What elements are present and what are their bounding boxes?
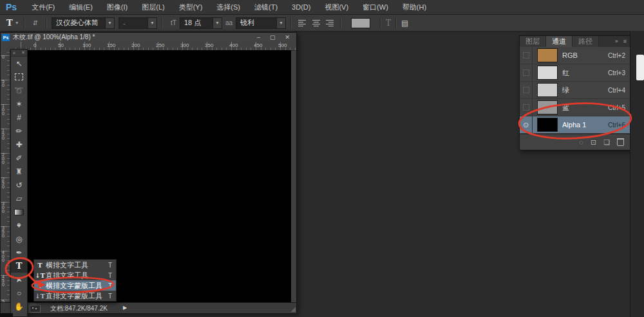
panel-tab-通道[interactable]: 通道 — [546, 36, 573, 47]
status-expand-icon[interactable]: ▶ — [123, 305, 127, 311]
font-style-select[interactable]: - ▼ — [118, 17, 157, 29]
panel-menu-icon[interactable]: ≡ — [623, 36, 627, 47]
menu-item-0[interactable]: 文件(F) — [24, 0, 62, 14]
delete-channel-icon[interactable] — [617, 138, 624, 146]
font-size-select[interactable]: 18 点 ▼ — [180, 17, 222, 29]
path-selection-tool[interactable]: ➤ — [11, 273, 27, 286]
font-family-select[interactable]: 汉仪菱心体简 ▼ — [52, 17, 115, 29]
type-menu-item-3[interactable]: ↓T直排文字蒙版工具T — [34, 291, 116, 301]
channel-row-0[interactable]: RGBCtrl+2 — [520, 47, 630, 64]
toggle-panels-icon[interactable]: ▤ — [401, 19, 408, 28]
minimize-button[interactable]: – — [257, 34, 260, 41]
tools-panel: « ✕ ↖➰✶#✏✚✐♜↺▱♠◎✒T➤○✋ — [10, 49, 28, 317]
pen-tool[interactable]: ✒ — [11, 246, 27, 259]
chevron-down-icon[interactable]: ▼ — [15, 21, 19, 25]
panel-tab-路径[interactable]: 路径 — [573, 36, 599, 47]
type-tool-icon: T — [16, 261, 23, 271]
scrollbar-thumb[interactable] — [636, 55, 644, 80]
type-menu-item-label: 横排文字蒙版工具 — [46, 281, 102, 291]
menu-item-4[interactable]: 类型(Y) — [172, 0, 210, 14]
visibility-toggle[interactable] — [520, 82, 533, 98]
ellipse-tool[interactable]: ○ — [11, 286, 27, 300]
crop-tool[interactable]: # — [11, 111, 27, 124]
eyedropper-tool[interactable]: ✏ — [11, 124, 27, 138]
menu-item-5[interactable]: 选择(S) — [209, 0, 247, 14]
menu-item-9[interactable]: 窗口(W) — [355, 0, 395, 14]
chevron-down-icon[interactable]: ▼ — [276, 18, 285, 28]
channel-row-2[interactable]: 绿Ctrl+4 — [520, 82, 630, 99]
new-channel-icon[interactable]: ❏ — [603, 139, 610, 146]
align-center-button[interactable] — [310, 18, 321, 28]
v-ruler-label: 50 — [2, 80, 5, 87]
channel-thumbnail — [537, 66, 558, 80]
save-selection-as-channel-icon[interactable]: ⊡ — [591, 139, 596, 146]
eraser-tool[interactable]: ▱ — [11, 192, 27, 205]
v-ruler-label: 450 — [2, 275, 5, 287]
visibility-toggle[interactable]: ⊙ — [520, 116, 533, 133]
close-button[interactable]: ✕ — [285, 34, 290, 41]
type-tool-icon: ↓T — [34, 272, 46, 279]
menu-item-10[interactable]: 帮助(H) — [395, 0, 433, 14]
menu-item-2[interactable]: 图像(I) — [100, 0, 135, 14]
h-ruler-label: 150 — [107, 42, 115, 48]
healing-brush-tool[interactable]: ✚ — [11, 138, 27, 151]
chevron-down-icon[interactable]: ▼ — [213, 18, 222, 28]
align-left-button[interactable] — [297, 18, 309, 28]
visibility-toggle[interactable] — [520, 47, 533, 64]
maximize-button[interactable]: ▢ — [270, 34, 276, 41]
quick-selection-tool[interactable]: ✶ — [11, 97, 27, 111]
separator — [395, 17, 397, 29]
quick-selection-tool-icon: ✶ — [15, 100, 22, 109]
close-panel-icon[interactable]: ✕ — [21, 50, 25, 55]
separator — [24, 17, 25, 29]
window-controls: – ▢ ✕ — [257, 34, 296, 41]
menu-item-8[interactable]: 视图(V) — [317, 0, 355, 14]
type-tool-preset-icon[interactable]: T — [6, 18, 13, 28]
channel-thumbnail — [537, 83, 558, 97]
panel-tab-图层[interactable]: 图层 — [520, 36, 546, 47]
channel-row-4[interactable]: ⊙Alpha 1Ctrl+6 — [520, 116, 630, 134]
dodge-tool[interactable]: ◎ — [11, 232, 27, 246]
channels-list: RGBCtrl+2红Ctrl+3绿Ctrl+4蓝Ctrl+5⊙Alpha 1Ct… — [520, 47, 630, 134]
type-menu-item-1[interactable]: ↓T直排文字工具T — [34, 270, 116, 280]
collapse-dock-icon[interactable]: » — [615, 36, 618, 47]
visibility-toggle[interactable] — [520, 64, 533, 81]
channel-row-1[interactable]: 红Ctrl+3 — [520, 64, 630, 82]
pen-tool-icon: ✒ — [15, 248, 22, 257]
align-right-button[interactable] — [323, 18, 335, 28]
shortcut-key: T — [108, 282, 116, 289]
tool-options-bar: T ▼ ⇵ 汉仪菱心体简 ▼ - ▼ tT 18 点 ▼ aa 锐利 ▼ — [0, 15, 644, 32]
history-brush-tool[interactable]: ↺ — [11, 178, 27, 192]
visibility-toggle[interactable] — [520, 99, 533, 116]
rectangular-marquee-tool[interactable] — [11, 70, 27, 84]
menu-item-7[interactable]: 3D(D) — [285, 0, 317, 14]
type-menu-item-0[interactable]: T横排文字工具T — [34, 260, 116, 270]
document-title-bar[interactable]: Ps 木纹.tif @ 100%(Alpha 1/8) * – ▢ ✕ — [1, 33, 296, 42]
brush-tool[interactable]: ✐ — [11, 151, 27, 165]
channel-row-3[interactable]: 蓝Ctrl+5 — [520, 99, 630, 116]
clone-stamp-tool[interactable]: ♜ — [11, 165, 27, 178]
move-tool[interactable]: ↖ — [11, 57, 27, 70]
blur-tool-icon: ♠ — [17, 221, 21, 230]
gradient-tool[interactable] — [11, 205, 27, 219]
collapse-panel-icon[interactable]: « — [13, 51, 15, 55]
type-menu-item-2[interactable]: T横排文字蒙版工具T — [34, 280, 116, 291]
text-orientation-icon[interactable]: ⇵ — [33, 19, 38, 26]
font-size-icon: tT — [171, 19, 176, 26]
channel-name: 蓝 — [562, 103, 608, 113]
type-tool[interactable]: T — [11, 259, 27, 273]
chevron-down-icon[interactable]: ▼ — [147, 18, 156, 28]
menu-item-1[interactable]: 编辑(E) — [62, 0, 100, 14]
chevron-down-icon[interactable]: ▼ — [105, 18, 114, 28]
menu-item-3[interactable]: 图层(L) — [135, 0, 171, 14]
text-color-swatch[interactable] — [351, 18, 370, 28]
blur-tool[interactable]: ♠ — [11, 219, 27, 232]
status-thumbnail-icon — [30, 305, 41, 312]
hand-tool[interactable]: ✋ — [11, 300, 27, 313]
lasso-tool[interactable]: ➰ — [11, 84, 27, 97]
separator — [162, 17, 163, 29]
load-channel-as-selection-icon[interactable]: ◌ — [579, 139, 583, 146]
resize-grip[interactable]: ◢ — [290, 306, 296, 312]
menu-item-6[interactable]: 滤镜(T) — [247, 0, 285, 14]
anti-alias-select[interactable]: 锐利 ▼ — [236, 17, 286, 29]
